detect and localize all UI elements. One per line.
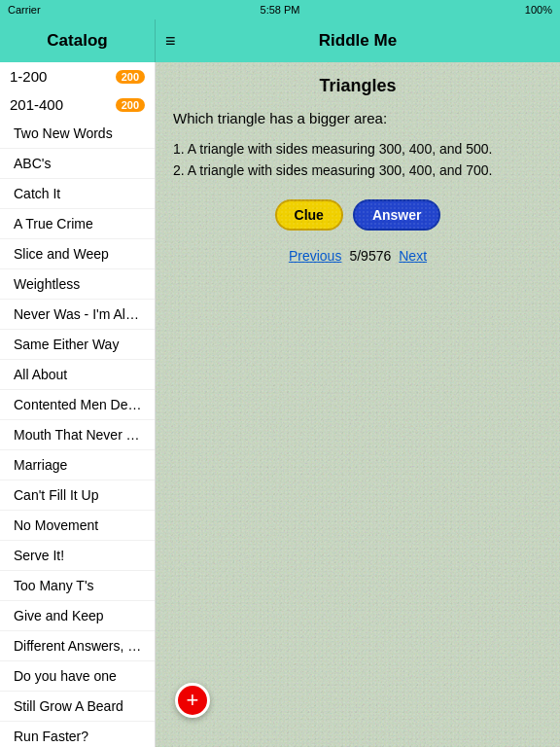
next-link[interactable]: Next	[399, 248, 427, 264]
header: Catalog ≡ Riddle Me	[0, 19, 560, 62]
riddle-header: ≡ Riddle Me	[156, 31, 560, 51]
list-item[interactable]: Serve It!	[0, 541, 155, 571]
main-layout: 1-200 200 201-400 200 Two New Words ABC'…	[0, 62, 560, 747]
riddle-option-1: 1. A triangle with sides measuring 300, …	[173, 138, 542, 160]
list-item[interactable]: Different Answers, Same ?'s	[0, 631, 155, 661]
riddle-question: Which triangle has a bigger area:	[173, 110, 542, 126]
battery-label: 100%	[525, 4, 552, 16]
group-1-200[interactable]: 1-200 200	[0, 62, 155, 90]
list-item[interactable]: Still Grow A Beard	[0, 692, 155, 722]
riddle-me-title: Riddle Me	[319, 31, 397, 51]
riddle-title: Triangles	[173, 76, 542, 96]
clue-button[interactable]: Clue	[275, 199, 343, 231]
add-button[interactable]: +	[175, 683, 210, 718]
group-1-200-label: 1-200	[10, 68, 47, 85]
list-item[interactable]: No Movement	[0, 511, 155, 541]
answer-button[interactable]: Answer	[353, 199, 441, 231]
list-item[interactable]: Give and Keep	[0, 601, 155, 631]
time-label: 5:58 PM	[261, 4, 300, 16]
navigation-row: Previous 5/9576 Next	[173, 248, 542, 264]
action-buttons: Clue Answer	[173, 199, 542, 231]
sidebar: 1-200 200 201-400 200 Two New Words ABC'…	[0, 62, 156, 747]
list-item[interactable]: Can't Fill It Up	[0, 480, 155, 511]
page-info: 5/9576	[349, 248, 391, 264]
list-item[interactable]: A True Crime	[0, 209, 155, 239]
carrier-label: Carrier	[8, 4, 41, 16]
previous-link[interactable]: Previous	[289, 248, 341, 264]
list-item[interactable]: Same Either Way	[0, 330, 155, 360]
content-area: Triangles Which triangle has a bigger ar…	[156, 62, 560, 747]
list-item[interactable]: Never Was - I'm Always Co	[0, 300, 155, 330]
group-201-400-label: 201-400	[10, 96, 63, 113]
riddle-options: 1. A triangle with sides measuring 300, …	[173, 138, 542, 182]
group-201-400-badge: 200	[116, 98, 145, 112]
list-item[interactable]: Too Many T's	[0, 571, 155, 601]
catalog-title: Catalog	[47, 31, 107, 51]
group-1-200-badge: 200	[116, 70, 145, 84]
total-pages: 9576	[361, 248, 391, 264]
list-item[interactable]: Weightless	[0, 269, 155, 300]
list-item[interactable]: Run Faster?	[0, 722, 155, 747]
list-item[interactable]: Slice and Weep	[0, 239, 155, 269]
list-item[interactable]: ABC's	[0, 149, 155, 179]
list-item[interactable]: All About	[0, 360, 155, 390]
list-item[interactable]: Marriage	[0, 450, 155, 480]
list-item[interactable]: Contented Men Desire	[0, 390, 155, 420]
riddle-option-2: 2. A triangle with sides measuring 300, …	[173, 160, 542, 181]
list-item[interactable]: Two New Words	[0, 119, 155, 149]
hamburger-icon[interactable]: ≡	[165, 31, 176, 52]
catalog-header: Catalog	[0, 19, 156, 62]
list-item[interactable]: Do you have one	[0, 661, 155, 692]
list-item[interactable]: Mouth That Never Talks	[0, 420, 155, 450]
status-bar: Carrier 5:58 PM 100%	[0, 0, 560, 19]
list-item[interactable]: Catch It	[0, 179, 155, 209]
group-201-400[interactable]: 201-400 200	[0, 90, 155, 119]
